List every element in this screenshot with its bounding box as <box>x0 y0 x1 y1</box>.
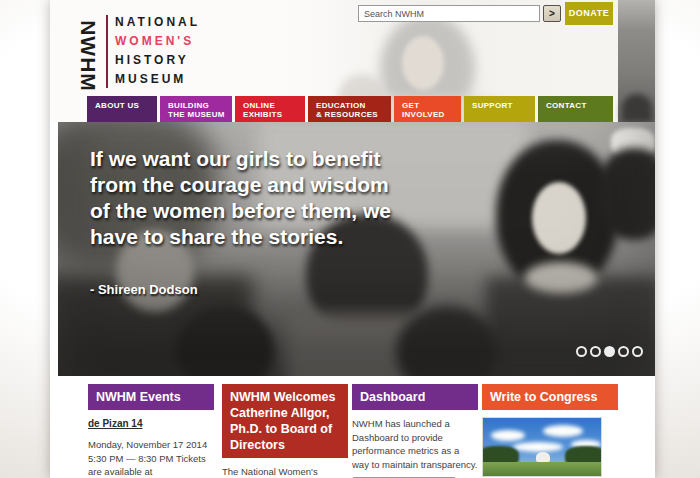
photo-cloud <box>513 442 563 452</box>
card-body: NWHM has launched a Dashboard to provide… <box>352 417 478 471</box>
nav-item-education-resources[interactable]: EDUCATION & RESOURCES <box>308 96 391 122</box>
nav-label: ONLINE <box>243 101 305 110</box>
nav-label: EXHIBITS <box>243 110 305 119</box>
capitol-mall-photo[interactable] <box>482 417 602 477</box>
photo-capitol-dome <box>536 452 550 462</box>
logo-wordmark[interactable]: NATIONAL WOMEN'S HISTORY MUSEUM <box>115 13 200 89</box>
main-nav: ABOUT US BUILDING THE MUSEUM ONLINE EXHI… <box>87 96 613 122</box>
hero-quote: If we want our girls to benefit from the… <box>90 146 395 250</box>
card-nwhm-events: NWHM Events de Pizan 14 Monday, November… <box>88 384 214 478</box>
nav-item-online-exhibits[interactable]: ONLINE EXHIBITS <box>235 96 305 122</box>
logo-word-womens: WOMEN'S <box>115 32 200 51</box>
nwhm-homepage: NWHM NATIONAL WOMEN'S HISTORY MUSEUM > D… <box>0 0 700 478</box>
nav-item-support[interactable]: SUPPORT <box>464 96 535 122</box>
photo-cloud <box>491 430 525 441</box>
donate-button[interactable]: DONATE <box>565 2 613 25</box>
nav-item-contact[interactable]: CONTACT <box>538 96 613 122</box>
search-submit-button[interactable]: > <box>543 5 561 22</box>
nav-label: SUPPORT <box>472 101 535 110</box>
card-nwhm-welcomes: NWHM Welcomes Catherine Allgor, Ph.D. to… <box>222 384 348 478</box>
card-write-to-congress: Write to Congress <box>482 384 618 477</box>
nav-item-about-us[interactable]: ABOUT US <box>87 96 157 122</box>
logo-word-history: HISTORY <box>115 51 200 70</box>
card-title: Dashboard <box>352 384 478 410</box>
event-link[interactable]: de Pizan 14 <box>88 418 142 429</box>
nav-label: ABOUT US <box>95 101 157 110</box>
site-header: NWHM NATIONAL WOMEN'S HISTORY MUSEUM > D… <box>50 0 655 122</box>
card-body: The National Women's History Museum toda… <box>222 465 348 478</box>
card-dashboard: Dashboard NWHM has launched a Dashboard … <box>352 384 478 478</box>
nwhm-vertical-logo[interactable]: NWHM <box>76 18 100 94</box>
card-body: Monday, November 17 2014 5:30 PM — 8:30 … <box>88 438 214 478</box>
card-title: NWHM Events <box>88 384 214 410</box>
nav-label: THE MUSEUM <box>168 110 232 119</box>
carousel-dot-4[interactable] <box>618 346 629 357</box>
content-wrapper: NWHM NATIONAL WOMEN'S HISTORY MUSEUM > D… <box>50 0 655 478</box>
nav-label: CONTACT <box>546 101 613 110</box>
card-title: Write to Congress <box>482 384 618 410</box>
photo-cloud <box>543 425 583 437</box>
logo-divider <box>106 15 108 88</box>
nav-item-get-involved[interactable]: GET INVOLVED <box>394 96 461 122</box>
carousel-dot-1[interactable] <box>576 346 587 357</box>
carousel-dot-2[interactable] <box>590 346 601 357</box>
photo-strip <box>618 0 655 122</box>
nav-label: EDUCATION <box>316 101 391 110</box>
logo-word-national: NATIONAL <box>115 13 200 32</box>
nav-item-building-the-museum[interactable]: BUILDING THE MUSEUM <box>160 96 232 122</box>
footer-cards: NWHM Events de Pizan 14 Monday, November… <box>50 376 655 478</box>
photo-lawn <box>483 462 602 476</box>
carousel-dot-5[interactable] <box>632 346 643 357</box>
card-title: NWHM Welcomes Catherine Allgor, Ph.D. to… <box>222 384 348 458</box>
hero-carousel-slide: If we want our girls to benefit from the… <box>58 122 655 376</box>
search-input[interactable] <box>358 5 540 22</box>
nav-label: BUILDING <box>168 101 232 110</box>
photo-shape <box>402 36 444 90</box>
logo-word-museum: MUSEUM <box>115 70 200 89</box>
hero-quote-attribution: - Shireen Dodson <box>90 282 198 297</box>
nav-label: GET INVOLVED <box>402 101 461 119</box>
nav-label: & RESOURCES <box>316 110 391 119</box>
carousel-dot-3-active[interactable] <box>604 346 615 357</box>
carousel-dots <box>576 346 643 357</box>
